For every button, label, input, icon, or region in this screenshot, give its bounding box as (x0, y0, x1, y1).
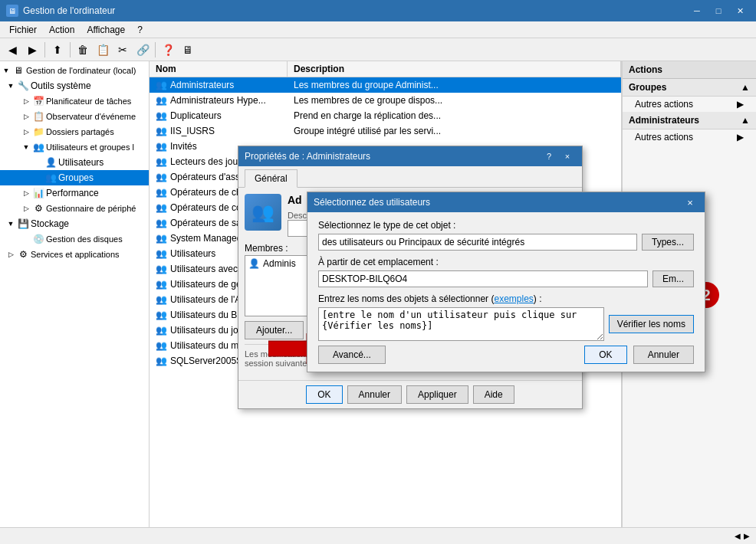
list-header: Nom Description (150, 61, 621, 77)
dialog-select-location-input[interactable] (318, 270, 648, 287)
row-desc: Groupe intégré utilisé par les servi... (288, 125, 621, 137)
window-title: Gestion de l'ordinateur (23, 5, 115, 16)
tree-panel: ▼ 🖥 Gestion de l'ordinateur (local) ▼ 🔧 … (0, 61, 150, 527)
list-row[interactable]: 👥Administrateurs Hype... Les membres de … (150, 93, 621, 108)
dialog-select-cancel-button[interactable]: Annuler (633, 346, 694, 364)
status-right-arrow[interactable]: ▶ (744, 532, 750, 540)
dialog-select-type-input[interactable] (318, 234, 637, 251)
dialog-select-close-button[interactable]: × (682, 195, 698, 209)
menu-action[interactable]: Action (43, 23, 81, 37)
link-button[interactable]: 🔗 (133, 41, 152, 59)
row-desc: Les membres de ce groupe dispos... (288, 94, 621, 107)
forward-button[interactable]: ▶ (23, 41, 41, 59)
row-name: Duplicateurs (170, 110, 222, 121)
dialog-select-ok-button[interactable]: OK (584, 346, 626, 364)
dialog-select-types-button[interactable]: Types... (642, 234, 694, 251)
minimize-button[interactable]: ─ (687, 3, 707, 18)
row-name: Administrateurs Hype... (170, 95, 266, 106)
tree-toggle-planif[interactable]: ▷ (21, 97, 31, 105)
actions-section-label: Groupes (629, 82, 666, 93)
dialog-ok-button[interactable]: OK (306, 385, 342, 404)
up-button[interactable]: ⬆ (48, 41, 67, 59)
maximize-button[interactable]: □ (708, 3, 728, 18)
chevron-up-icon-admin: ▲ (741, 115, 750, 126)
tree-item-perf[interactable]: ▷ 📊 Performance (0, 185, 149, 201)
tree-item-services[interactable]: ▷ ⚙ Services et applications (0, 247, 149, 262)
menu-bar: Fichier Action Affichage ? (0, 21, 756, 38)
dialog-add-button[interactable]: Ajouter... (245, 321, 304, 339)
tree-label: Gestion de l'ordinateur (local) (26, 66, 136, 75)
dialog-select-advanced-button[interactable]: Avancé... (318, 346, 386, 364)
tree-toggle-outils[interactable]: ▼ (6, 82, 15, 90)
row-name: IIS_IUSRS (170, 126, 215, 136)
tab-general[interactable]: Général (245, 169, 297, 188)
dialog-apply-button[interactable]: Appliquer (406, 385, 468, 404)
status-left-arrow[interactable]: ◀ (735, 532, 741, 540)
toolbar: ◀ ▶ ⬆ 🗑 📋 ✂ 🔗 ❓ 🖥 (0, 38, 756, 61)
tree-label-util: Utilisateurs (58, 157, 104, 168)
tree-toggle[interactable]: ▼ (2, 67, 11, 74)
computer-button[interactable]: 🖥 (179, 41, 197, 59)
list-row[interactable]: 👥Administrateurs Les membres du groupe A… (150, 77, 621, 93)
tree-label-planif: Planificateur de tâches (46, 97, 131, 106)
actions-section-label-admin: Administrateurs (629, 115, 699, 126)
help-button[interactable]: ❓ (159, 41, 177, 59)
dialog-prop-help-button[interactable]: ? (541, 149, 557, 163)
tree-item-dos[interactable]: ▷ 📁 Dossiers partagés (0, 124, 149, 139)
menu-help[interactable]: ? (131, 23, 149, 37)
actions-autres-groupes[interactable]: Autres actions ▶ (623, 97, 756, 112)
tree-label-outils: Outils système (31, 80, 91, 91)
tree-item-stockage[interactable]: ▼ 💾 Stockage (0, 216, 149, 231)
actions-section-groupes[interactable]: Groupes ▲ (623, 79, 756, 97)
back-button[interactable]: ◀ (3, 41, 21, 59)
row-name: Administrateurs (170, 80, 234, 90)
dialog-select-names-input[interactable]: [entre le nom d'un utilisateur puis cliq… (318, 307, 604, 341)
col-desc[interactable]: Description (288, 61, 621, 77)
properties-button[interactable]: 📋 (94, 41, 112, 59)
tree-item-users-groups[interactable]: ▼ 👥 Utilisateurs et groupes l (0, 139, 149, 155)
col-nom[interactable]: Nom (150, 61, 288, 77)
row-name: Invités (170, 141, 197, 152)
tree-item-obs[interactable]: ▷ 📋 Observateur d'événeme (0, 109, 149, 124)
dialog-select-check-button[interactable]: Vérifier les noms (609, 315, 694, 333)
title-bar: 🖥 Gestion de l'ordinateur ─ □ ✕ (0, 0, 756, 21)
list-row[interactable]: 👥Duplicateurs Prend en charge la réplica… (150, 108, 621, 123)
tree-item-planif[interactable]: ▷ 📅 Planificateur de tâches (0, 93, 149, 109)
actions-autres-admin[interactable]: Autres actions ▶ (623, 129, 756, 145)
dialog-select-location-label: À partir de cet emplacement : (318, 257, 694, 267)
menu-fichier[interactable]: Fichier (3, 23, 43, 37)
tree-icon: 🖥 (12, 64, 25, 77)
chevron-right-icon-admin: ▶ (737, 132, 744, 143)
app-icon: 🖥 (6, 5, 18, 17)
dialog-prop-titlebar: Propriétés de : Administrateurs ? × (238, 146, 582, 166)
dialog-select-titlebar: Sélectionnez des utilisateurs × (307, 192, 705, 212)
dialog-selectuser: Sélectionnez des utilisateurs × Sélectio… (307, 192, 705, 372)
chevron-up-icon: ▲ (741, 82, 750, 93)
tree-item-root[interactable]: ▼ 🖥 Gestion de l'ordinateur (local) (0, 63, 149, 78)
dialog-select-type-label: Sélectionnez le type de cet objet : (318, 220, 694, 231)
actions-section-admin[interactable]: Administrateurs ▲ (623, 112, 756, 129)
row-name: Utilisateurs (170, 248, 215, 259)
dialog-select-content: Sélectionnez le type de cet objet : Type… (307, 212, 705, 372)
dialog-select-names-label: Entrez les noms des objets à sélectionne… (318, 293, 694, 304)
dialog-help-btn2[interactable]: Aide (473, 385, 514, 404)
close-button[interactable]: ✕ (730, 3, 750, 18)
member-name: Adminis (263, 258, 296, 269)
delete-button[interactable]: 🗑 (74, 41, 92, 59)
tree-item-disques[interactable]: 💿 Gestion des disques (0, 231, 149, 247)
list-row[interactable]: 👥IIS_IUSRS Groupe intégré utilisé par le… (150, 123, 621, 139)
dialog-select-location-button[interactable]: Em... (652, 270, 694, 287)
tree-label-obs: Observateur d'événeme (46, 112, 136, 121)
tree-item-utilisateurs[interactable]: 👤 Utilisateurs (0, 155, 149, 170)
dialog-prop-title: Propriétés de : Administrateurs (245, 151, 370, 162)
row-desc: Les membres du groupe Administ... (288, 79, 621, 91)
dialog-cancel-button[interactable]: Annuler (347, 385, 402, 404)
chevron-right-icon: ▶ (737, 99, 744, 110)
tree-item-groupes[interactable]: 👥 Groupes (0, 170, 149, 185)
cut-button[interactable]: ✂ (113, 41, 132, 59)
tree-item-outils[interactable]: ▼ 🔧 Outils système (0, 78, 149, 93)
dialog-select-examples-link[interactable]: exemples (494, 293, 533, 304)
dialog-prop-close-button[interactable]: × (559, 149, 576, 163)
menu-affichage[interactable]: Affichage (81, 23, 131, 37)
tree-item-gest[interactable]: ▷ ⚙ Gestionnaire de périphé (0, 201, 149, 216)
